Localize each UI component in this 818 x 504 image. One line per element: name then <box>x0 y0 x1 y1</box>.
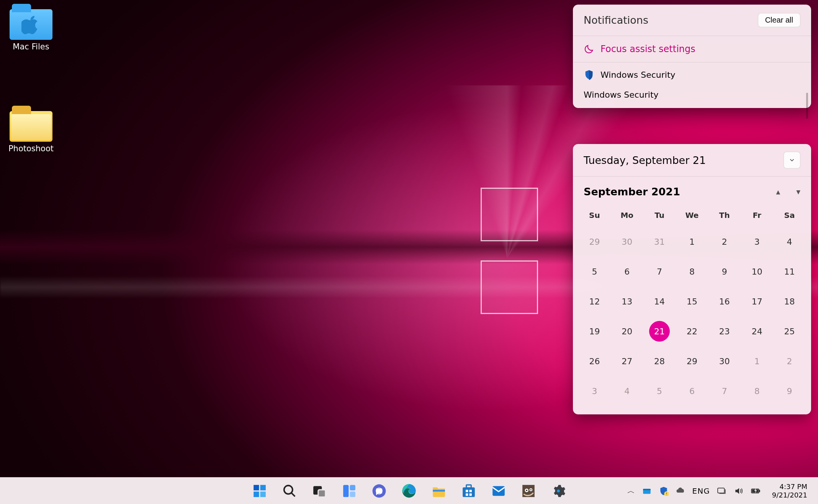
calendar-day-cell[interactable]: 27 <box>611 346 643 376</box>
calendar-day-cell[interactable]: 7 <box>643 257 676 286</box>
calendar-day-cell[interactable]: 1 <box>741 346 773 376</box>
calendar-day-cell[interactable]: 8 <box>676 257 708 286</box>
calendar-weekday-header: We <box>676 205 708 227</box>
taskbar-gimp-button[interactable] <box>517 479 540 502</box>
taskbar-mail-button[interactable] <box>487 479 510 502</box>
calendar-day-cell[interactable]: 19 <box>578 316 611 346</box>
taskbar-file-explorer-button[interactable] <box>427 479 450 502</box>
notification-item-header[interactable]: Windows Security <box>573 62 811 84</box>
calendar-day-cell[interactable]: 7 <box>708 376 741 406</box>
tray-app-icon[interactable] <box>642 486 652 496</box>
calendar-day-cell[interactable]: 24 <box>741 316 773 346</box>
calendar-day-cell[interactable]: 30 <box>708 346 741 376</box>
calendar-day-cell[interactable]: 30 <box>611 227 643 257</box>
calendar-day-cell[interactable]: 18 <box>773 286 806 316</box>
desktop-icon-mac-files[interactable]: Mac Files <box>6 9 56 51</box>
calendar-day-cell[interactable]: 6 <box>611 257 643 286</box>
edge-icon <box>402 484 416 498</box>
calendar-day-cell[interactable]: 9 <box>773 376 806 406</box>
svg-point-26 <box>557 489 560 493</box>
calendar-day-cell[interactable]: 10 <box>741 257 773 286</box>
mail-icon <box>491 484 506 498</box>
calendar-prev-month-button[interactable]: ▲ <box>776 189 780 195</box>
svg-rect-28 <box>643 489 651 490</box>
svg-rect-6 <box>318 489 326 497</box>
calendar-day-cell[interactable]: 3 <box>741 227 773 257</box>
taskbar-task-view-button[interactable] <box>308 479 331 502</box>
calendar-day-cell[interactable]: 5 <box>643 376 676 406</box>
clock-date: 9/21/2021 <box>772 491 807 499</box>
calendar-day-cell[interactable]: 9 <box>708 257 741 286</box>
calendar-day-cell[interactable]: 5 <box>578 257 611 286</box>
task-view-icon <box>312 484 327 498</box>
calendar-day-cell[interactable]: 2 <box>773 346 806 376</box>
svg-rect-0 <box>254 485 259 490</box>
calendar-day-cell[interactable]: 13 <box>611 286 643 316</box>
calendar-day-cell[interactable]: 6 <box>676 376 708 406</box>
moon-icon <box>584 44 594 54</box>
svg-rect-33 <box>759 490 759 491</box>
calendar-day-cell[interactable]: 15 <box>676 286 708 316</box>
svg-rect-2 <box>254 491 259 497</box>
calendar-day-cell[interactable]: 16 <box>708 286 741 316</box>
calendar-day-cell[interactable]: 12 <box>578 286 611 316</box>
calendar-day-cell[interactable]: 28 <box>643 346 676 376</box>
taskbar-search-button[interactable] <box>278 479 301 502</box>
calendar-day-cell[interactable]: 22 <box>676 316 708 346</box>
svg-text:!: ! <box>666 492 667 496</box>
desktop-icon-photoshoot[interactable]: Photoshoot <box>6 111 56 153</box>
calendar-day-cell[interactable]: 11 <box>773 257 806 286</box>
collapse-calendar-button[interactable] <box>784 152 800 169</box>
scrollbar-thumb[interactable] <box>806 93 808 119</box>
calendar-day-cell[interactable]: 1 <box>676 227 708 257</box>
taskbar-microsoft-store-button[interactable] <box>457 479 480 502</box>
volume-tray-icon[interactable] <box>734 486 744 496</box>
taskbar-start-button[interactable] <box>248 479 271 502</box>
taskbar-edge-button[interactable] <box>398 479 420 502</box>
calendar-weekday-header: Tu <box>643 205 676 227</box>
battery-tray-icon[interactable] <box>751 486 761 496</box>
windows-security-tray-icon[interactable]: ! <box>659 486 669 496</box>
taskbar-settings-button[interactable] <box>547 479 570 502</box>
svg-rect-18 <box>466 493 468 496</box>
calendar-day-cell[interactable]: 4 <box>611 376 643 406</box>
tray-overflow-button[interactable]: ︿ <box>627 486 635 496</box>
notification-item-title[interactable]: Windows Security <box>573 84 811 108</box>
folder-icon <box>10 9 52 40</box>
calendar-day-cell[interactable]: 26 <box>578 346 611 376</box>
notification-app-name: Windows Security <box>600 70 676 80</box>
svg-rect-14 <box>463 487 475 497</box>
language-indicator[interactable]: ENG <box>692 486 710 496</box>
calendar-day-cell[interactable]: 29 <box>676 346 708 376</box>
calendar-day-cell[interactable]: 8 <box>741 376 773 406</box>
calendar-day-cell[interactable]: 29 <box>578 227 611 257</box>
calendar-next-month-button[interactable]: ▼ <box>796 189 800 195</box>
onedrive-tray-icon[interactable] <box>676 486 685 496</box>
notifications-panel: Notifications Clear all Focus assist set… <box>573 5 811 108</box>
calendar-day-cell[interactable]: 20 <box>611 316 643 346</box>
folder-icon <box>10 111 52 142</box>
calendar-month-label[interactable]: September 2021 <box>584 186 680 198</box>
widgets-icon <box>342 484 357 498</box>
calendar-today-marker: 21 <box>649 321 670 342</box>
taskbar-chat-button[interactable] <box>368 479 391 502</box>
calendar-day-cell[interactable]: 25 <box>773 316 806 346</box>
calendar-day-cell[interactable]: 14 <box>643 286 676 316</box>
calendar-full-date[interactable]: Tuesday, September 21 <box>584 154 706 166</box>
focus-assist-settings-link[interactable]: Focus assist settings <box>573 36 811 62</box>
clear-all-button[interactable]: Clear all <box>758 13 800 27</box>
calendar-day-cell[interactable]: 31 <box>643 227 676 257</box>
network-tray-icon[interactable] <box>717 486 727 496</box>
notifications-title: Notifications <box>584 14 648 26</box>
taskbar-clock[interactable]: 4:37 PM 9/21/2021 <box>767 483 812 499</box>
calendar-grid: SuMoTuWeThFrSa 2930311234567891011121314… <box>578 205 806 406</box>
calendar-day-cell[interactable]: 3 <box>578 376 611 406</box>
taskbar-widgets-button[interactable] <box>338 479 361 502</box>
calendar-day-cell[interactable]: 4 <box>773 227 806 257</box>
calendar-day-cell[interactable]: 21 <box>643 316 676 346</box>
calendar-weekday-header: Su <box>578 205 611 227</box>
calendar-day-cell[interactable]: 17 <box>741 286 773 316</box>
calendar-day-cell[interactable]: 23 <box>708 316 741 346</box>
svg-rect-13 <box>433 489 445 491</box>
calendar-day-cell[interactable]: 2 <box>708 227 741 257</box>
